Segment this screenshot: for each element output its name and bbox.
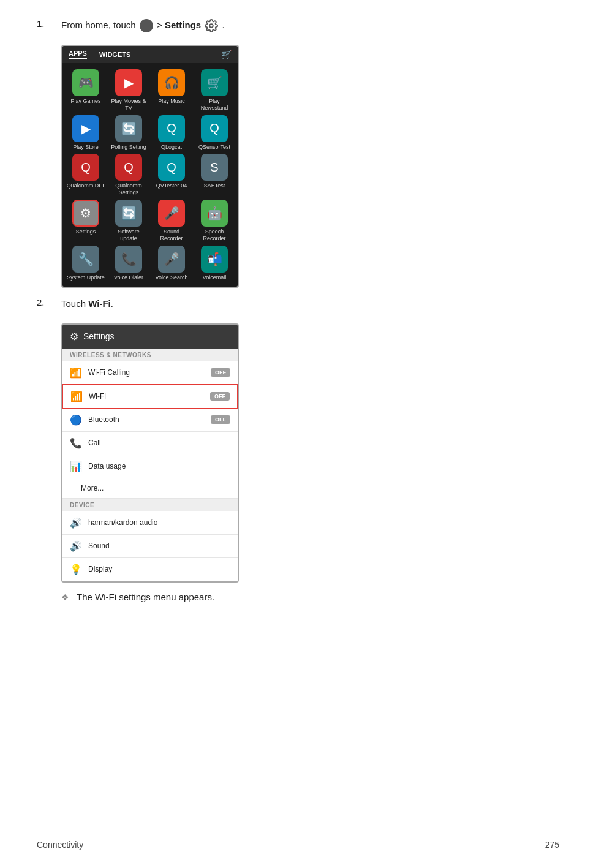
settings-list-item[interactable]: 🔵BluetoothOFF [62,409,238,432]
settings-content: WIRELESS & NETWORKS📶Wi-Fi CallingOFF📶Wi-… [62,349,238,581]
app-label: Polling Setting [111,144,146,151]
note-text: The Wi-Fi settings menu appears. [77,592,214,602]
settings-title: Settings [83,331,115,341]
app-label: QVTester-04 [156,183,187,189]
app-label: Settings [76,228,96,235]
app-item[interactable]: QQLogcat [152,115,191,151]
apps-header: APPS WIDGETS 🛒 [62,46,238,63]
app-item[interactable]: 🎧Play Music [152,69,191,111]
app-icon: 📬 [201,246,228,273]
app-icon: 🎮 [72,69,99,96]
settings-item-label: Wi-Fi Calling [88,368,205,377]
step-2-text-after: . [111,298,113,309]
app-label: SAETest [204,183,225,189]
app-label: Qualcomm Settings [109,183,148,196]
settings-item-label: More... [81,484,230,492]
settings-list-item[interactable]: 📞Call [62,432,238,455]
svg-point-0 [210,24,214,28]
settings-item-icon: 📊 [70,461,82,472]
settings-header-icon: ⚙ [70,331,78,342]
app-icon: ⚙ [72,200,99,227]
step-1: 1. From home, touch > Settings . [37,18,559,32]
section-label: DEVICE [62,499,238,511]
app-icon: Q [158,115,185,142]
settings-list-item[interactable]: More... [62,478,238,499]
section-label: WIRELESS & NETWORKS [62,349,238,361]
settings-list-item[interactable]: 📶Wi-Fi CallingOFF [62,361,238,385]
app-item[interactable]: 🔄Software update [109,200,148,242]
settings-list-item[interactable]: 💡Display [62,558,238,581]
app-item[interactable]: ▶Play Store [66,115,105,151]
app-label: Software update [109,228,148,242]
toggle-button[interactable]: OFF [211,368,230,377]
apps-grid: 🎮Play Games▶Play Movies & TV🎧Play Music🛒… [62,63,238,287]
settings-item-icon: 📞 [70,437,82,449]
settings-gear-icon [205,19,218,32]
store-icon[interactable]: 🛒 [221,50,232,59]
app-icon: 🛒 [201,69,228,96]
settings-item-label: Bluetooth [88,415,205,424]
toggle-button[interactable]: OFF [211,415,230,424]
footer-right: 275 [545,840,559,850]
app-icon: 📞 [115,246,142,273]
step-1-number: 1. [37,18,55,29]
app-icon: 🔧 [72,246,99,273]
step-1-text-before: From home, touch [61,20,136,30]
app-label: Voice Dialer [114,274,143,281]
app-item[interactable]: QQualcomm Settings [109,154,148,196]
app-item[interactable]: 🔄Polling Setting [109,115,148,151]
settings-list-item[interactable]: 🔊Sound [62,535,238,558]
settings-list-item[interactable]: 🔊harman/kardon audio [62,511,238,535]
footer: Connectivity 275 [37,840,559,850]
app-item[interactable]: QQualcomm DLT [66,154,105,196]
app-icon: 🎤 [158,200,185,227]
app-item[interactable]: QQVTester-04 [152,154,191,196]
settings-item-label: Display [88,565,230,573]
settings-screenshot: ⚙ Settings WIRELESS & NETWORKS📶Wi-Fi Cal… [61,323,239,583]
app-item[interactable]: 🤖Speech Recorder [195,200,234,242]
step-1-text: From home, touch > Settings . [61,18,225,32]
app-icon: 🤖 [201,200,228,227]
step-1-text-after: . [222,20,225,30]
app-item[interactable]: 🛒Play Newsstand [195,69,234,111]
app-label: Play Movies & TV [109,98,148,111]
settings-list-item[interactable]: 📶Wi-FiOFF [62,384,238,409]
apps-tab[interactable]: APPS [69,50,87,59]
app-label: Sound Recorder [152,228,191,242]
settings-bold-label: Settings [165,20,201,30]
app-item[interactable]: QQSensorTest [195,115,234,151]
settings-item-icon: 🔊 [70,517,82,529]
step-2-text-before: Touch [61,298,88,309]
app-item[interactable]: SSAETest [195,154,234,196]
step-1-text-middle: > [157,20,165,30]
settings-header: ⚙ Settings [62,325,238,349]
app-item[interactable]: 🎤Voice Search [152,246,191,281]
app-item[interactable]: ▶Play Movies & TV [109,69,148,111]
app-label: Play Store [73,144,99,151]
settings-item-icon: 📶 [70,367,82,379]
apps-screenshot: APPS WIDGETS 🛒 🎮Play Games▶Play Movies &… [61,45,239,288]
settings-list-item[interactable]: 📊Data usage [62,455,238,478]
app-item[interactable]: 🔧System Update [66,246,105,281]
step-2-text: Touch Wi-Fi. [61,297,113,311]
app-icon: 🔄 [115,115,142,142]
widgets-tab[interactable]: WIDGETS [99,51,130,58]
app-label: Voicemail [203,274,227,281]
app-label: System Update [67,274,105,281]
app-item[interactable]: 📬Voicemail [195,246,234,281]
step-2: 2. Touch Wi-Fi. [37,297,559,311]
footer-left: Connectivity [37,840,83,850]
app-item[interactable]: ⚙Settings [66,200,105,242]
app-label: Speech Recorder [195,228,234,242]
settings-item-label: Sound [88,542,230,550]
app-label: QLogcat [161,144,182,151]
app-label: Play Games [70,98,100,105]
toggle-button[interactable]: OFF [210,392,230,401]
app-item[interactable]: 🎮Play Games [66,69,105,111]
app-item[interactable]: 📞Voice Dialer [109,246,148,281]
app-label: QSensorTest [198,144,230,151]
step-2-number: 2. [37,297,55,308]
settings-item-label: Data usage [88,462,230,470]
app-item[interactable]: 🎤Sound Recorder [152,200,191,242]
settings-item-icon: 💡 [70,564,82,575]
